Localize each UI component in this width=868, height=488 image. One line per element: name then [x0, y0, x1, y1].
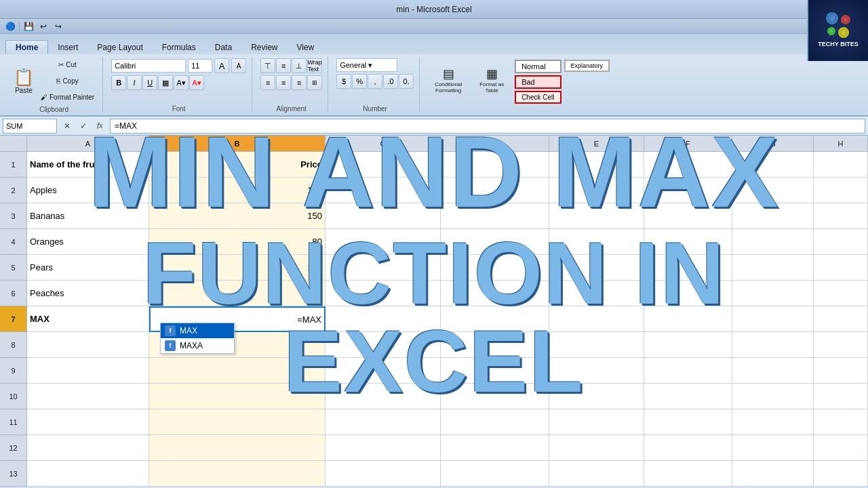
cell-h10[interactable] — [814, 384, 868, 409]
cell-h9[interactable] — [814, 358, 868, 384]
cell-f8[interactable] — [644, 332, 732, 358]
increase-decimal-btn[interactable]: .0 — [383, 74, 398, 89]
cell-a13[interactable] — [27, 461, 149, 487]
confirm-formula-btn[interactable]: ✓ — [76, 119, 91, 134]
cell-f1[interactable] — [644, 152, 732, 178]
cell-g4[interactable] — [732, 229, 814, 255]
cell-a11[interactable] — [27, 409, 149, 435]
cancel-formula-btn[interactable]: ✕ — [60, 119, 75, 134]
tab-insert[interactable]: Insert — [48, 41, 87, 54]
col-header-e[interactable]: E — [549, 136, 644, 152]
comma-btn[interactable]: , — [368, 74, 382, 89]
row-header-12[interactable]: 12 — [0, 435, 27, 461]
cell-h12[interactable] — [814, 435, 868, 461]
cell-f10[interactable] — [644, 384, 732, 409]
cell-b3[interactable]: 150 — [149, 203, 326, 229]
fill-color-btn[interactable]: A▾ — [174, 75, 189, 90]
tab-formulas[interactable]: Formulas — [153, 41, 205, 54]
format-painter-button[interactable]: 🖌 Format Painter — [38, 89, 97, 104]
cell-h3[interactable] — [814, 203, 868, 229]
cell-d8[interactable] — [441, 332, 549, 358]
tab-review[interactable]: Review — [241, 41, 287, 54]
cell-e7[interactable] — [549, 306, 644, 332]
merge-center-btn[interactable]: ⊞ — [307, 75, 322, 90]
cell-h2[interactable] — [814, 178, 868, 203]
underline-btn[interactable]: U — [142, 75, 157, 90]
cell-d2[interactable] — [441, 178, 549, 203]
style-explanatory[interactable]: Explanatory — [564, 60, 610, 72]
cell-d13[interactable] — [441, 461, 549, 487]
wrap-text-btn[interactable]: Wrap Text — [307, 58, 322, 73]
cell-h7[interactable] — [814, 306, 868, 332]
row-header-5[interactable]: 5 — [0, 255, 27, 281]
cell-b11[interactable] — [149, 409, 326, 435]
cell-d4[interactable] — [441, 229, 549, 255]
cell-g10[interactable] — [732, 384, 814, 409]
bold-btn[interactable]: B — [111, 75, 126, 90]
cell-f6[interactable] — [644, 281, 732, 306]
cell-d3[interactable] — [441, 203, 549, 229]
insert-function-btn[interactable]: fx — [92, 119, 107, 134]
cell-h5[interactable] — [814, 255, 868, 281]
cell-d9[interactable] — [441, 358, 549, 384]
cell-a8[interactable] — [27, 332, 149, 358]
cell-d6[interactable] — [441, 281, 549, 306]
cell-e10[interactable] — [549, 384, 644, 409]
cell-e5[interactable] — [549, 255, 644, 281]
cell-b6[interactable]: 90 — [149, 281, 326, 306]
italic-btn[interactable]: I — [127, 75, 142, 90]
cell-b9[interactable] — [149, 358, 326, 384]
col-header-d[interactable]: D — [441, 136, 549, 152]
row-header-6[interactable]: 6 — [0, 281, 27, 306]
row-header-7[interactable]: 7 — [0, 306, 27, 332]
cell-e3[interactable] — [549, 203, 644, 229]
cell-f11[interactable] — [644, 409, 732, 435]
cell-c6[interactable] — [326, 281, 441, 306]
cell-f2[interactable] — [644, 178, 732, 203]
border-btn[interactable]: ▦ — [158, 75, 173, 90]
percent-btn[interactable]: % — [352, 74, 367, 89]
col-header-h[interactable]: H — [814, 136, 868, 152]
cell-a1[interactable]: Name of the fruit — [27, 152, 149, 178]
paste-button[interactable]: 📋 Paste — [11, 60, 37, 101]
cell-f5[interactable] — [644, 255, 732, 281]
cell-h6[interactable] — [814, 281, 868, 306]
autocomplete-item-maxa[interactable]: f MAXA — [161, 338, 234, 353]
cell-c1[interactable] — [326, 152, 441, 178]
cell-d5[interactable] — [441, 255, 549, 281]
cell-g8[interactable] — [732, 332, 814, 358]
cell-h13[interactable] — [814, 461, 868, 487]
align-top-btn[interactable]: ⊤ — [260, 58, 275, 73]
tab-page-layout[interactable]: Page Layout — [87, 41, 152, 54]
name-box[interactable]: SUM — [3, 119, 57, 134]
cell-b1[interactable]: Price — [149, 152, 326, 178]
cell-e8[interactable] — [549, 332, 644, 358]
cell-a4[interactable]: Oranges — [27, 229, 149, 255]
style-check-cell[interactable]: Check Cell — [515, 91, 561, 104]
cell-g6[interactable] — [732, 281, 814, 306]
undo-button[interactable]: ↩ — [37, 20, 50, 33]
cell-d1[interactable] — [441, 152, 549, 178]
font-size-box[interactable]: 11 — [188, 59, 212, 73]
conditional-formatting-btn[interactable]: ▤ Conditional Formatting — [428, 60, 469, 100]
decrease-decimal-btn[interactable]: 0. — [399, 74, 414, 89]
cell-c7[interactable] — [326, 306, 441, 332]
cell-g2[interactable] — [732, 178, 814, 203]
cell-c12[interactable] — [326, 435, 441, 461]
cell-c8[interactable] — [326, 332, 441, 358]
align-left-btn[interactable]: ≡ — [260, 75, 275, 90]
cell-b4[interactable]: 80 — [149, 229, 326, 255]
cell-c11[interactable] — [326, 409, 441, 435]
cell-f7[interactable] — [644, 306, 732, 332]
col-header-c[interactable]: C — [326, 136, 441, 152]
cell-h1[interactable] — [814, 152, 868, 178]
cell-h4[interactable] — [814, 229, 868, 255]
cell-f13[interactable] — [644, 461, 732, 487]
style-bad[interactable]: Bad — [515, 75, 561, 89]
align-middle-btn[interactable]: ≡ — [276, 58, 291, 73]
copy-button[interactable]: ⎘ Copy — [38, 73, 97, 88]
cell-g3[interactable] — [732, 203, 814, 229]
cell-c13[interactable] — [326, 461, 441, 487]
cell-f9[interactable] — [644, 358, 732, 384]
cell-f12[interactable] — [644, 435, 732, 461]
